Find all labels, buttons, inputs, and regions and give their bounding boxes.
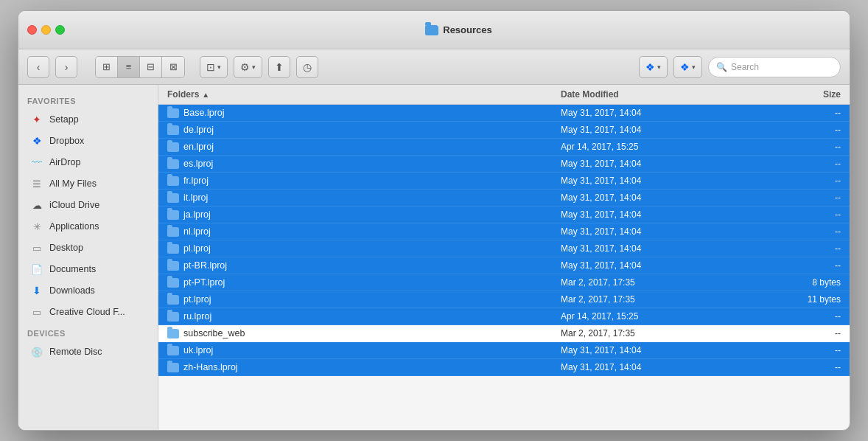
file-name-cell: en.lproj: [167, 142, 561, 152]
table-row[interactable]: ja.lproj May 31, 2017, 14:04 --: [158, 206, 850, 223]
table-row[interactable]: uk.lproj May 31, 2017, 14:04 --: [158, 342, 850, 359]
file-name-cell: de.lproj: [167, 125, 561, 135]
sidebar-item-remotedisc[interactable]: 💿 Remote Disc: [21, 341, 155, 362]
file-size: --: [752, 192, 841, 203]
file-name-cell: Base.lproj: [167, 108, 561, 118]
table-row[interactable]: zh-Hans.lproj May 31, 2017, 14:04 --: [158, 359, 850, 376]
list-view-button[interactable]: ≡: [118, 57, 140, 77]
share-button[interactable]: ⬆: [268, 56, 290, 78]
file-date: May 31, 2017, 14:04: [561, 345, 752, 355]
table-row[interactable]: subscribe_web Mar 2, 2017, 17:35 --: [158, 325, 850, 342]
folder-icon: [167, 210, 179, 220]
table-row[interactable]: pl.lproj May 31, 2017, 14:04 --: [158, 240, 850, 257]
sidebar-item-icloud[interactable]: ☁ iCloud Drive: [21, 195, 155, 215]
column-view-icon: ⊟: [147, 61, 155, 72]
title-area: Resources: [77, 24, 841, 35]
sidebar-item-dropbox[interactable]: ❖ Dropbox: [21, 131, 155, 151]
dropbox-button-2[interactable]: ❖ ▾: [673, 56, 702, 78]
dropbox-icon: ❖: [645, 61, 655, 73]
file-list: Folders ▲ Date Modified Size Base.lproj …: [158, 85, 850, 430]
sidebar-item-label: Documents: [49, 264, 96, 274]
table-row[interactable]: de.lproj May 31, 2017, 14:04 --: [158, 122, 850, 139]
file-size: --: [752, 260, 841, 271]
file-size: --: [752, 345, 841, 355]
table-row[interactable]: en.lproj Apr 14, 2017, 15:25 --: [158, 139, 850, 156]
icon-view-icon: ⊞: [102, 61, 111, 72]
file-name-cell: subscribe_web: [167, 328, 561, 338]
file-name-cell: ru.lproj: [167, 311, 561, 322]
back-button[interactable]: ‹: [27, 56, 49, 78]
dropbox-chevron: ▾: [657, 63, 661, 71]
file-date: May 31, 2017, 14:04: [561, 362, 752, 372]
toolbar: ‹ › ⊞ ≡ ⊟ ⊠ ⊡ ▾ ⚙ ▾: [18, 49, 850, 85]
file-name: nl.lproj: [183, 226, 211, 237]
file-name: uk.lproj: [183, 345, 213, 355]
finder-window: Resources ‹ › ⊞ ≡ ⊟ ⊠ ⊡ ▾: [18, 10, 850, 431]
folder-icon: [167, 329, 179, 338]
table-row[interactable]: it.lproj May 31, 2017, 14:04 --: [158, 190, 850, 206]
file-size: --: [752, 226, 841, 237]
sidebar-item-allmyfiles[interactable]: ☰ All My Files: [21, 173, 155, 194]
dropbox-sidebar-icon: ❖: [30, 134, 43, 147]
file-name: en.lproj: [183, 142, 214, 152]
minimize-button[interactable]: [41, 25, 51, 35]
file-name-cell: zh-Hans.lproj: [167, 362, 561, 372]
dropbox-chevron-2: ▾: [692, 63, 696, 71]
size-column-header[interactable]: Size: [752, 89, 841, 100]
close-button[interactable]: [27, 25, 37, 35]
file-name: fr.lproj: [183, 176, 209, 186]
file-size: --: [752, 125, 841, 135]
sidebar-item-airdrop[interactable]: 〰 AirDrop: [21, 152, 155, 173]
table-row[interactable]: ru.lproj Apr 14, 2017, 15:25 --: [158, 308, 850, 325]
remotedisc-icon: 💿: [30, 345, 43, 358]
sidebar-item-label: Downloads: [49, 285, 95, 296]
table-row[interactable]: pt.lproj Mar 2, 2017, 17:35 11 bytes: [158, 291, 850, 308]
arrange-button[interactable]: ⊡ ▾: [200, 56, 228, 78]
back-icon: ‹: [37, 61, 41, 73]
folder-icon: [167, 193, 179, 203]
file-date: Mar 2, 2017, 17:35: [561, 294, 752, 305]
icon-view-button[interactable]: ⊞: [96, 57, 118, 77]
file-size: --: [752, 142, 841, 152]
file-name: it.lproj: [183, 192, 208, 203]
search-input[interactable]: [731, 62, 833, 72]
favorites-label: Favorites: [18, 91, 158, 108]
setapp-icon: ✦: [30, 113, 43, 126]
folder-icon: [167, 261, 179, 271]
sidebar-item-label: iCloud Drive: [49, 200, 99, 210]
table-row[interactable]: pt-BR.lproj May 31, 2017, 14:04 --: [158, 257, 850, 274]
sidebar-item-applications[interactable]: ✳ Applications: [21, 216, 155, 237]
sidebar: Favorites ✦ Setapp ❖ Dropbox 〰 AirDrop ☰…: [18, 85, 158, 430]
file-name-cell: uk.lproj: [167, 345, 561, 355]
forward-button[interactable]: ›: [55, 56, 77, 78]
sidebar-item-creativecloud[interactable]: ▭ Creative Cloud F...: [21, 302, 155, 322]
downloads-icon: ⬇: [30, 284, 43, 297]
search-box[interactable]: 🔍: [708, 57, 841, 77]
action-button[interactable]: ⚙ ▾: [234, 56, 262, 78]
name-column-header[interactable]: Folders ▲: [167, 89, 561, 100]
folder-icon: [167, 312, 179, 322]
dropbox-button[interactable]: ❖ ▾: [639, 56, 668, 78]
column-view-button[interactable]: ⊟: [140, 57, 162, 77]
date-column-header[interactable]: Date Modified: [561, 89, 752, 100]
file-size: --: [752, 243, 841, 254]
sidebar-item-desktop[interactable]: ▭ Desktop: [21, 237, 155, 258]
sidebar-item-setapp[interactable]: ✦ Setapp: [21, 109, 155, 130]
cover-flow-button[interactable]: ⊠: [162, 57, 184, 77]
table-row[interactable]: nl.lproj May 31, 2017, 14:04 --: [158, 223, 850, 240]
folder-icon: [167, 295, 179, 305]
file-date: May 31, 2017, 14:04: [561, 226, 752, 237]
sidebar-item-documents[interactable]: 📄 Documents: [21, 259, 155, 279]
sidebar-item-label: Applications: [49, 221, 99, 232]
tag-button[interactable]: ◷: [296, 56, 318, 78]
maximize-button[interactable]: [55, 25, 65, 35]
traffic-lights: [27, 25, 65, 35]
table-row[interactable]: Base.lproj May 31, 2017, 14:04 --: [158, 105, 850, 122]
file-size: --: [752, 108, 841, 118]
folder-icon: [167, 278, 179, 288]
folder-icon: [167, 159, 179, 169]
sidebar-item-downloads[interactable]: ⬇ Downloads: [21, 280, 155, 301]
table-row[interactable]: es.lproj May 31, 2017, 14:04 --: [158, 156, 850, 173]
table-row[interactable]: fr.lproj May 31, 2017, 14:04 --: [158, 173, 850, 190]
table-row[interactable]: pt-PT.lproj Mar 2, 2017, 17:35 8 bytes: [158, 274, 850, 291]
